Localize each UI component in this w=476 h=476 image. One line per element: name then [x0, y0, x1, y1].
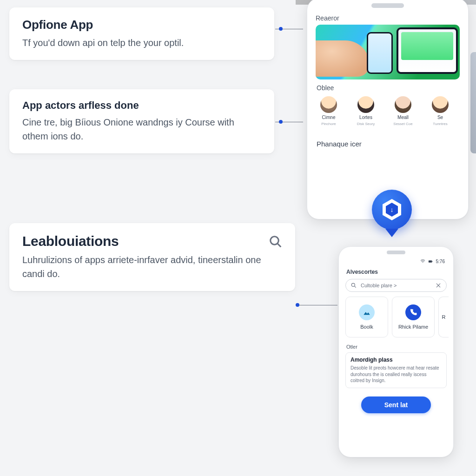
- phone-mockup-top: Reaeror Oblee Cimne Pinchore Lortes Disk…: [307, 0, 469, 219]
- avatar-sub: Tunntres: [433, 122, 447, 126]
- avatar-row: Cimne Pinchore Lortes Disk Seory Meall S…: [316, 96, 460, 126]
- wifi-icon: [420, 259, 425, 264]
- avatar-item[interactable]: Lortes Disk Seory: [353, 96, 379, 126]
- card-title: Leablouiations: [22, 233, 282, 249]
- avatar-icon: [432, 96, 449, 113]
- status-bar: 5:76: [344, 259, 449, 267]
- svg-line-1: [278, 244, 281, 247]
- avatar-name: Cimne: [322, 115, 336, 120]
- tile-label: R: [442, 314, 446, 320]
- avatar-item[interactable]: Cimne Pinchore: [316, 96, 342, 126]
- status-time: 5:76: [436, 259, 445, 264]
- decorative-right-sliver: [470, 52, 476, 153]
- info-card-leablouiations: Leablouiations Luhrulizions of apps arri…: [9, 223, 295, 291]
- avatar-item[interactable]: Se Tunntres: [427, 96, 453, 126]
- connector-dot: [279, 120, 283, 124]
- card-body: Luhrulizions of apps arriete-inrfaver ad…: [22, 253, 282, 281]
- phone-icon: [405, 304, 421, 320]
- avatar-name: Se: [437, 115, 443, 120]
- avatar-sub: Sesset Coe: [393, 122, 412, 126]
- tile-row: Boolk Rhick Pilame R: [344, 297, 449, 337]
- note-card[interactable]: Amordigh plass Desoble lit preots howcer…: [345, 352, 447, 388]
- avatar-icon: [357, 96, 374, 113]
- note-title: Amordigh plass: [350, 357, 442, 363]
- svg-point-0: [271, 237, 279, 245]
- phone-notch: [371, 3, 404, 8]
- download-glyph: ↓: [386, 203, 398, 217]
- card-title: Opfione App: [22, 18, 261, 32]
- avatar-icon: [320, 96, 337, 113]
- card-body: Tf you'd down api on telp the your optil…: [22, 36, 261, 50]
- tile-book[interactable]: Boolk: [345, 297, 388, 337]
- svg-rect-3: [432, 261, 432, 262]
- note-desc: Desoble lit preots howcere mat hear resa…: [350, 365, 442, 384]
- primary-button[interactable]: Sent lat: [361, 397, 431, 413]
- search-icon: [350, 282, 357, 289]
- image-icon: [359, 304, 375, 320]
- section-label: Phanaque icer: [317, 140, 460, 148]
- primary-button-label: Sent lat: [384, 401, 408, 409]
- battery-icon: [428, 259, 433, 264]
- phone-notch: [387, 251, 405, 254]
- card-body: Cine tre, big Bíious Onione wandngs iy C…: [22, 115, 261, 143]
- hero-image[interactable]: [316, 25, 460, 79]
- section-label: Oblee: [317, 84, 460, 92]
- avatar-name: Meall: [397, 115, 409, 120]
- connector-dot: [279, 27, 283, 31]
- card-title: App actors arfless done: [22, 99, 261, 112]
- avatar-name: Lortes: [359, 115, 372, 120]
- section-label: Alvescortes: [344, 267, 449, 279]
- connector-line: [296, 305, 337, 305]
- avatar-icon: [395, 96, 411, 113]
- section-label: Otler: [344, 337, 449, 352]
- connector-dot: [296, 303, 299, 307]
- search-input[interactable]: Cultoble plare >: [345, 279, 447, 292]
- tile-label: Boolk: [360, 324, 373, 330]
- avatar-item[interactable]: Meall Sesset Coe: [390, 96, 416, 126]
- tile-label: Rhick Pilame: [398, 324, 428, 330]
- info-card-actors: App actors arfless done Cine tre, big Bí…: [9, 89, 274, 153]
- tile-phone[interactable]: Rhick Pilame: [392, 297, 435, 337]
- search-icon[interactable]: [267, 233, 284, 250]
- search-placeholder: Cultoble plare >: [361, 283, 397, 288]
- svg-rect-2: [428, 260, 431, 263]
- info-card-opfione: Opfione App Tf you'd down api on telp th…: [9, 7, 274, 60]
- avatar-sub: Pinchore: [321, 122, 336, 126]
- section-label: Reaeror: [316, 14, 460, 22]
- tile-more[interactable]: R: [438, 297, 449, 337]
- svg-line-5: [354, 286, 356, 288]
- location-pin-icon[interactable]: ↓: [372, 190, 412, 236]
- close-icon[interactable]: [435, 282, 442, 289]
- avatar-sub: Disk Seory: [357, 122, 375, 126]
- phone-mockup-bottom: 5:76 Alvescortes Cultoble plare > Boolk …: [338, 246, 454, 457]
